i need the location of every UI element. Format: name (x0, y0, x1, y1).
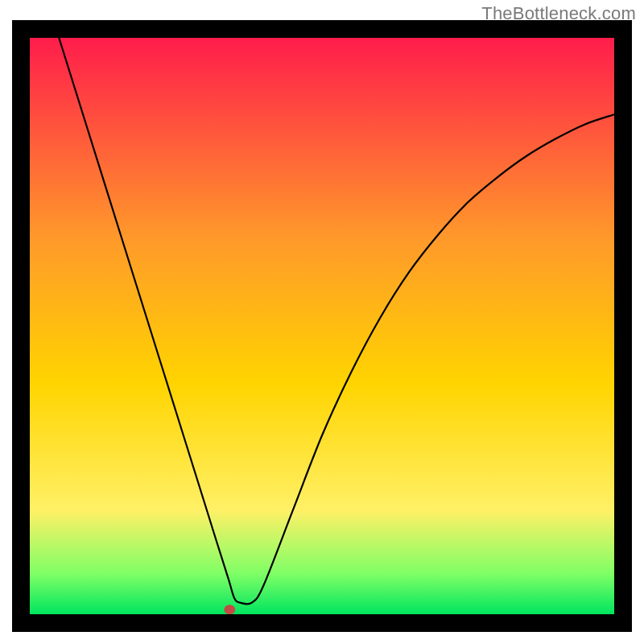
bottleneck-chart (0, 0, 644, 644)
optimum-marker (224, 605, 235, 614)
chart-stage: TheBottleneck.com (0, 0, 644, 644)
plot-background (30, 38, 614, 614)
watermark-text: TheBottleneck.com (481, 3, 636, 24)
